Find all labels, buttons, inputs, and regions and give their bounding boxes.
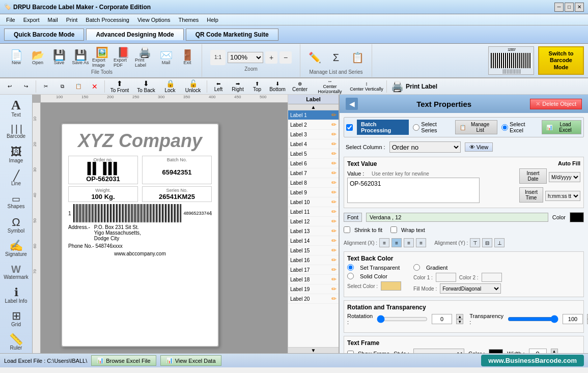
cut-button[interactable]: ✂ xyxy=(38,80,53,93)
shrink-to-fit-checkbox[interactable] xyxy=(344,226,350,233)
menu-batch[interactable]: Batch Processing xyxy=(81,16,133,24)
align-top-button[interactable]: ⬆Top xyxy=(248,80,266,93)
rotation-spinner[interactable]: ▲ ▼ xyxy=(456,314,463,324)
sidebar-item-label-info[interactable]: ℹ Label Info xyxy=(2,284,31,306)
design-canvas[interactable]: XYZ Company Order no. ▌▌ ▌▌▌ OP-562031 B… xyxy=(41,103,288,353)
close-button[interactable]: ✕ xyxy=(575,3,584,12)
label-list-item-19[interactable]: Label 19✏ xyxy=(288,284,339,294)
edit-tool[interactable]: ✏️ xyxy=(304,47,325,68)
solid-color-radio[interactable] xyxy=(347,273,354,279)
redo-button[interactable]: ↪ xyxy=(18,80,34,93)
save-button[interactable]: 💾Save xyxy=(49,47,69,68)
align-bottom-text-btn[interactable]: ⊥ xyxy=(494,238,505,247)
rotation-slider[interactable] xyxy=(377,315,428,323)
to-back-button[interactable]: ⬇To Back xyxy=(133,80,159,93)
load-excel-button[interactable]: 📊 Load Excel xyxy=(542,120,581,134)
label-list-item-10[interactable]: Label 10✏ xyxy=(288,197,339,207)
menu-file[interactable]: File xyxy=(2,16,19,24)
align-center-text-btn[interactable]: ≡ xyxy=(391,238,402,247)
open-button[interactable]: 📂Open xyxy=(27,47,48,68)
menu-mail[interactable]: Mail xyxy=(44,16,62,24)
lock-button[interactable]: 🔒Lock xyxy=(160,80,180,93)
menu-help[interactable]: Help xyxy=(203,16,222,24)
rotation-input[interactable] xyxy=(432,314,452,324)
center-h-button[interactable]: ↔Center Horizontally xyxy=(312,80,348,93)
align-left-text-btn[interactable]: ≡ xyxy=(379,238,389,247)
sidebar-item-watermark[interactable]: W Watermark xyxy=(2,261,31,283)
delete-object-button[interactable]: ✕ Delete Object xyxy=(530,99,582,109)
export-pdf-button[interactable]: 📕Export PDF xyxy=(113,47,133,68)
gradient-radio[interactable] xyxy=(413,264,420,271)
label-list-item-18[interactable]: Label 18✏ xyxy=(288,275,339,284)
frame-width-spinner[interactable]: ▲ ▼ xyxy=(551,349,558,353)
manage-list-button[interactable]: 📋 Manage List xyxy=(455,120,497,134)
switch-to-barcode-button[interactable]: Switch to Barcode Mode xyxy=(538,46,584,75)
font-color-picker[interactable] xyxy=(570,212,584,222)
view-button[interactable]: 👁 View xyxy=(465,142,493,152)
select-excel-radio[interactable] xyxy=(501,124,508,131)
sigma-tool[interactable]: Σ xyxy=(326,47,346,68)
align-left-button[interactable]: ⬅Left xyxy=(209,80,228,93)
copy-button[interactable]: ⧉ xyxy=(54,80,70,93)
align-top-text-btn[interactable]: ⊤ xyxy=(470,238,480,247)
insert-time-button[interactable]: Insert Time xyxy=(519,187,543,203)
list-scroll-up[interactable]: ▲ xyxy=(288,104,339,110)
undo-button[interactable]: ↩ xyxy=(2,80,17,93)
label-list-item-12[interactable]: Label 12✏ xyxy=(288,217,339,226)
transparency-slider[interactable] xyxy=(508,315,558,323)
tab-quick-barcode[interactable]: Quick Barcode Mode xyxy=(4,28,84,41)
time-format-select[interactable]: h:mm:ss tt xyxy=(545,191,580,201)
label-list-item-17[interactable]: Label 17✏ xyxy=(288,265,339,275)
label-list-item-2[interactable]: Label 2✏ xyxy=(288,120,339,130)
list-tool[interactable]: 📋 xyxy=(347,47,368,68)
transparent-radio[interactable] xyxy=(347,264,354,271)
tab-advanced-designing[interactable]: Advanced Designing Mode xyxy=(86,28,183,40)
zoom-ratio-button[interactable]: 1:1 xyxy=(210,50,226,65)
show-frame-checkbox[interactable] xyxy=(347,351,354,354)
rotation-up[interactable]: ▲ xyxy=(456,314,463,319)
minimize-button[interactable]: ─ xyxy=(554,3,564,12)
label-list-item-7[interactable]: Label 7✏ xyxy=(288,168,339,178)
label-list-scroll[interactable]: Label 1 ✏ Label 2✏ Label 3✏ Label 4✏ Lab… xyxy=(288,110,339,347)
unlock-button[interactable]: 🔓Unlock xyxy=(181,80,205,93)
new-button[interactable]: 📄New xyxy=(6,47,26,68)
view-excel-button[interactable]: 📊 View Excel Data xyxy=(160,355,221,366)
wrap-text-checkbox[interactable] xyxy=(390,226,397,233)
paste-button[interactable]: 📋 xyxy=(71,80,86,93)
sidebar-item-shapes[interactable]: ▭ Shapes xyxy=(2,190,31,213)
sidebar-item-ruler[interactable]: 📏 Ruler xyxy=(2,331,31,353)
text-value-input[interactable]: OP-562031 xyxy=(347,178,480,203)
sidebar-item-grid[interactable]: ⊞ Grid xyxy=(2,307,31,330)
label-list-item-3[interactable]: Label 3✏ xyxy=(288,130,339,139)
to-front-button[interactable]: ⬆To Front xyxy=(107,80,132,93)
sidebar-item-line[interactable]: ╱ Line xyxy=(2,167,31,189)
exit-button[interactable]: 🚪Exit xyxy=(177,47,198,68)
list-scroll-down[interactable]: ▼ xyxy=(288,347,339,353)
select-series-radio[interactable] xyxy=(413,124,419,131)
align-justify-text-btn[interactable]: ≡ xyxy=(416,238,426,247)
rotation-down[interactable]: ▼ xyxy=(456,319,463,324)
menu-export[interactable]: Export xyxy=(19,16,44,24)
label-list-item-9[interactable]: Label 9✏ xyxy=(288,188,339,197)
print-label-button[interactable]: 🖨️Print Label xyxy=(134,47,155,68)
maximize-button[interactable]: □ xyxy=(565,3,574,12)
label-list-item-1[interactable]: Label 1 ✏ xyxy=(288,110,339,120)
zoom-select[interactable]: 100%50%150%200% xyxy=(228,52,263,63)
label-list-item-16[interactable]: Label 16✏ xyxy=(288,255,339,265)
select-column-dropdown[interactable]: Order no Batch No Weight xyxy=(389,141,461,153)
label-list-item-5[interactable]: Label 5✏ xyxy=(288,149,339,159)
zoom-out-button[interactable]: − xyxy=(279,51,292,64)
frame-style-select[interactable]: ────────── - - - - - - ··········· xyxy=(413,349,464,353)
label-list-item-20[interactable]: Label 20✏ xyxy=(288,294,339,304)
align-right-button[interactable]: ➡Right xyxy=(229,80,247,93)
save-as-button[interactable]: 💾Save As xyxy=(70,47,91,68)
label-list-item-6[interactable]: Label 6✏ xyxy=(288,159,339,168)
color1-picker[interactable] xyxy=(436,273,456,282)
center-v-button[interactable]: ↕Center Vertically xyxy=(349,80,384,93)
label-list-item-8[interactable]: Label 8✏ xyxy=(288,178,339,188)
align-middle-text-btn[interactable]: ⊟ xyxy=(482,238,492,247)
zoom-in-button[interactable]: + xyxy=(265,51,277,64)
color2-picker[interactable] xyxy=(482,273,502,282)
menu-themes[interactable]: Themes xyxy=(175,16,203,24)
sidebar-item-text[interactable]: A Text xyxy=(2,97,31,119)
